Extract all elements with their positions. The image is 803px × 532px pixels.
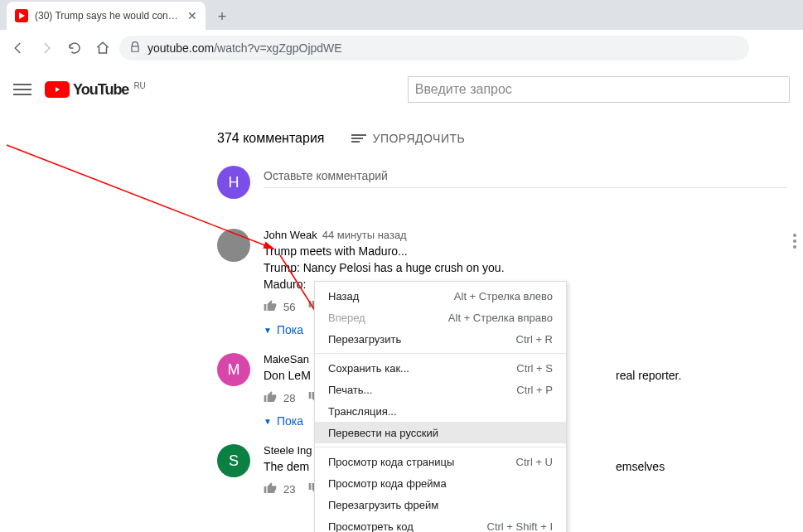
logo-region: RU — [133, 81, 145, 90]
ctx-item-label: Печать... — [328, 384, 372, 396]
ctx-item-shortcut: Ctrl + S — [516, 362, 553, 375]
comment-avatar[interactable]: S — [217, 444, 250, 477]
ctx-item-shortcut: Alt + Стрелка влево — [454, 290, 553, 302]
url-path: /watch?v=xgZgpOjpdWE — [214, 41, 341, 55]
sort-button[interactable]: УПОРЯДОЧИТЬ — [351, 132, 466, 145]
browser-tab[interactable]: (30) Trump says he would consid ✕ — [7, 2, 206, 30]
browser-chrome: (30) Trump says he would consid ✕ + yout… — [0, 0, 803, 66]
add-comment-input[interactable]: Оставьте комментарий — [264, 166, 786, 188]
search-placeholder: Введите запрос — [415, 82, 512, 97]
caret-down-icon: ▼ — [264, 417, 272, 426]
comment-avatar[interactable] — [217, 229, 250, 262]
ctx-item-label: Вперед — [328, 312, 365, 324]
back-button[interactable] — [7, 36, 30, 60]
my-avatar[interactable]: Н — [217, 166, 250, 199]
replies-label: Пока — [277, 323, 303, 336]
comment-time: 44 минуты назад — [322, 229, 407, 241]
context-menu-item[interactable]: Перезагрузить фрейм — [315, 494, 566, 515]
comments-header: 374 комментария УПОРЯДОЧИТЬ — [217, 131, 803, 146]
ctx-item-shortcut: Ctrl + Shift + I — [487, 520, 553, 533]
context-menu-item[interactable]: Трансляция... — [315, 400, 566, 422]
tab-close-icon[interactable]: ✕ — [187, 9, 197, 22]
ctx-item-label: Перезагрузить — [328, 333, 401, 346]
search-input[interactable]: Введите запрос — [408, 76, 790, 103]
like-count: 56 — [283, 301, 295, 313]
comments-count: 374 комментария — [217, 131, 325, 146]
sort-icon — [351, 134, 366, 143]
youtube-header: YouTube RU Введите запрос — [0, 66, 803, 113]
context-menu-item[interactable]: ПерезагрузитьCtrl + R — [315, 328, 566, 350]
context-menu-separator — [315, 447, 566, 447]
avatar-letter: Н — [229, 174, 239, 191]
ctx-item-shortcut: Ctrl + R — [516, 333, 553, 346]
tab-title: (30) Trump says he would consid — [35, 10, 181, 22]
sort-label: УПОРЯДОЧИТЬ — [373, 132, 466, 145]
context-menu-item[interactable]: Перевести на русский — [315, 422, 566, 443]
replies-label: Пока — [277, 414, 303, 428]
ctx-item-label: Трансляция... — [328, 405, 397, 418]
comment-author[interactable]: John Weak — [264, 229, 317, 241]
logo-text: YouTube — [73, 81, 128, 99]
caret-down-icon: ▼ — [264, 326, 272, 335]
ctx-item-shortcut: Ctrl + P — [516, 384, 553, 396]
address-bar[interactable]: youtube.com/watch?v=xgZgpOjpdWE — [119, 36, 749, 60]
context-menu-separator — [315, 353, 566, 354]
thumb-up-icon[interactable] — [264, 390, 277, 406]
context-menu: НазадAlt + Стрелка влевоВпередAlt + Стре… — [314, 281, 567, 532]
context-menu-item[interactable]: Просмотр кода страницыCtrl + U — [315, 451, 566, 472]
forward-button[interactable] — [35, 36, 58, 60]
youtube-favicon-icon — [15, 9, 28, 22]
context-menu-item[interactable]: Просмотреть кодCtrl + Shift + I — [315, 515, 566, 532]
ctx-item-label: Перезагрузить фрейм — [328, 499, 438, 511]
context-menu-item[interactable]: НазадAlt + Стрелка влево — [315, 285, 566, 307]
url-text: youtube.com/watch?v=xgZgpOjpdWE — [148, 41, 342, 55]
ctx-item-label: Назад — [328, 290, 359, 302]
comment-author[interactable]: MakeSan — [264, 353, 309, 365]
tab-strip: (30) Trump says he would consid ✕ + — [0, 0, 803, 30]
thumb-up-icon[interactable] — [264, 481, 277, 497]
add-comment-placeholder: Оставьте комментарий — [264, 169, 388, 182]
context-menu-item[interactable]: Сохранить как...Ctrl + S — [315, 357, 566, 379]
reload-button[interactable] — [63, 36, 86, 60]
kebab-icon — [793, 234, 796, 249]
like-count: 28 — [283, 392, 295, 404]
new-tab-button[interactable]: + — [210, 5, 234, 28]
comment-menu-button[interactable] — [793, 234, 796, 249]
context-menu-item[interactable]: Печать...Ctrl + P — [315, 379, 566, 400]
ctx-item-shortcut: Ctrl + U — [516, 456, 553, 468]
comment-avatar[interactable]: M — [217, 353, 250, 386]
ctx-item-label: Просмотр кода страницы — [328, 456, 454, 468]
like-count: 23 — [283, 483, 295, 496]
lock-icon — [129, 41, 141, 56]
ctx-item-shortcut: Alt + Стрелка вправо — [448, 312, 553, 324]
url-host: youtube.com — [148, 41, 214, 55]
context-menu-item[interactable]: Просмотр кода фрейма — [315, 472, 566, 494]
ctx-item-label: Просмотреть код — [328, 520, 414, 533]
home-button[interactable] — [91, 36, 114, 60]
context-menu-item[interactable]: ВпередAlt + Стрелка вправо — [315, 307, 566, 328]
ctx-item-label: Просмотр кода фрейма — [328, 477, 447, 490]
add-comment-row: Н Оставьте комментарий — [217, 166, 803, 199]
comment-author[interactable]: Steele Ing — [264, 444, 312, 457]
ctx-item-label: Перевести на русский — [328, 427, 438, 439]
youtube-logo[interactable]: YouTube RU — [45, 81, 146, 99]
thumb-up-icon[interactable] — [264, 299, 277, 315]
hamburger-icon[interactable] — [13, 80, 31, 99]
ctx-item-label: Сохранить как... — [328, 362, 409, 375]
youtube-play-icon — [45, 81, 70, 98]
browser-toolbar: youtube.com/watch?v=xgZgpOjpdWE — [0, 30, 803, 66]
